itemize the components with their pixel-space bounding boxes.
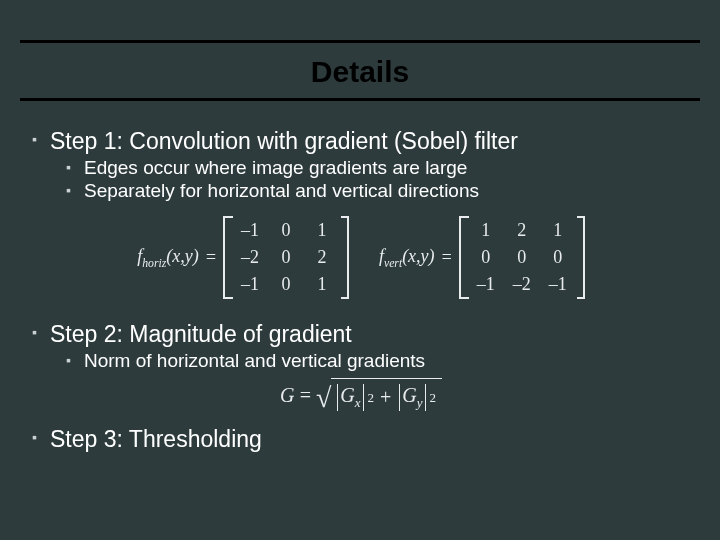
cell: 2 bbox=[513, 220, 531, 241]
step-3-label: Step 3: Thresholding bbox=[50, 426, 262, 453]
left-bracket-icon bbox=[459, 216, 469, 299]
step-2-label: Step 2: Magnitude of gradient bbox=[50, 321, 352, 348]
radical-icon: √ bbox=[316, 384, 331, 412]
slide-content: ▪ Step 1: Convolution with gradient (Sob… bbox=[32, 128, 690, 461]
vert-fn: fvert(x,y) bbox=[379, 246, 435, 270]
equals-sign: = bbox=[298, 384, 312, 407]
square-exp: 2 bbox=[430, 390, 437, 406]
square-bullet-icon: ▪ bbox=[32, 426, 50, 448]
abs-Gx: Gx bbox=[337, 384, 363, 411]
cell: 0 bbox=[277, 274, 295, 295]
step-1: ▪ Step 1: Convolution with gradient (Sob… bbox=[32, 128, 690, 299]
step-1-sub-1-text: Edges occur where image gradients are la… bbox=[84, 157, 467, 179]
title-underline-rule bbox=[20, 98, 700, 101]
equals-sign: = bbox=[441, 247, 453, 268]
radicand: Gx 2 + Gy 2 bbox=[331, 378, 442, 412]
magnitude-equation-row: G = √ Gx 2 + Gy 2 bbox=[32, 378, 690, 412]
step-3: ▪ Step 3: Thresholding bbox=[32, 426, 690, 453]
horiz-fn: fhoriz(x,y) bbox=[137, 246, 199, 270]
mag-G: G bbox=[280, 384, 294, 407]
step-1-heading: ▪ Step 1: Convolution with gradient (Sob… bbox=[32, 128, 690, 155]
cell: 0 bbox=[513, 247, 531, 268]
fn-args: (x,y) bbox=[166, 246, 198, 266]
cell: 1 bbox=[313, 220, 331, 241]
square-exp: 2 bbox=[368, 390, 375, 406]
fn-args: (x,y) bbox=[402, 246, 434, 266]
square-bullet-icon: ▪ bbox=[32, 128, 50, 150]
step-3-heading: ▪ Step 3: Thresholding bbox=[32, 426, 690, 453]
fn-sub-vert: vert bbox=[384, 256, 402, 269]
square-bullet-icon: ▪ bbox=[66, 157, 84, 178]
step-1-sub-2: ▪ Separately for horizontal and vertical… bbox=[66, 180, 690, 202]
cell: 1 bbox=[477, 220, 495, 241]
cell: 2 bbox=[313, 247, 331, 268]
Gx-sub: x bbox=[355, 395, 361, 410]
Gx-G: G bbox=[340, 384, 354, 406]
Gy-sub: y bbox=[417, 395, 423, 410]
square-bullet-icon: ▪ bbox=[66, 350, 84, 371]
plus-sign: + bbox=[376, 386, 395, 409]
cell: 1 bbox=[313, 274, 331, 295]
step-1-sub-1: ▪ Edges occur where image gradients are … bbox=[66, 157, 690, 179]
step-1-sub-2-text: Separately for horizontal and vertical d… bbox=[84, 180, 479, 202]
square-bullet-icon: ▪ bbox=[32, 321, 50, 343]
sobel-filters-row: fhoriz(x,y) = –101 –202 –101 fvert(x,y) bbox=[32, 216, 690, 299]
vert-matrix-grid: 121 000 –1–2–1 bbox=[469, 216, 575, 299]
slide-title: Details bbox=[0, 55, 720, 89]
square-bullet-icon: ▪ bbox=[66, 180, 84, 201]
cell: 0 bbox=[549, 247, 567, 268]
top-horizontal-rule bbox=[20, 40, 700, 43]
vert-filter-equation: fvert(x,y) = 121 000 –1–2–1 bbox=[379, 216, 585, 299]
fn-sub-horiz: horiz bbox=[142, 256, 166, 269]
cell: 0 bbox=[277, 247, 295, 268]
step-2-sub-1: ▪ Norm of horizontal and vertical gradie… bbox=[66, 350, 690, 372]
left-bracket-icon bbox=[223, 216, 233, 299]
cell: 0 bbox=[477, 247, 495, 268]
cell: 1 bbox=[549, 220, 567, 241]
Gy-G: G bbox=[402, 384, 416, 406]
cell: –1 bbox=[241, 220, 259, 241]
step-1-label: Step 1: Convolution with gradient (Sobel… bbox=[50, 128, 518, 155]
equals-sign: = bbox=[205, 247, 217, 268]
horiz-filter-equation: fhoriz(x,y) = –101 –202 –101 bbox=[137, 216, 349, 299]
cell: –2 bbox=[241, 247, 259, 268]
sqrt-icon: √ Gx 2 + Gy 2 bbox=[316, 378, 442, 412]
step-2-heading: ▪ Step 2: Magnitude of gradient bbox=[32, 321, 690, 348]
horiz-matrix-grid: –101 –202 –101 bbox=[233, 216, 339, 299]
step-2-sub-1-text: Norm of horizontal and vertical gradient… bbox=[84, 350, 425, 372]
right-bracket-icon bbox=[339, 216, 349, 299]
magnitude-equation: G = √ Gx 2 + Gy 2 bbox=[280, 378, 442, 412]
vert-matrix: 121 000 –1–2–1 bbox=[459, 216, 585, 299]
cell: –1 bbox=[477, 274, 495, 295]
horiz-matrix: –101 –202 –101 bbox=[223, 216, 349, 299]
abs-Gy: Gy bbox=[399, 384, 425, 411]
step-2: ▪ Step 2: Magnitude of gradient ▪ Norm o… bbox=[32, 321, 690, 412]
cell: –1 bbox=[241, 274, 259, 295]
cell: –2 bbox=[513, 274, 531, 295]
right-bracket-icon bbox=[575, 216, 585, 299]
cell: 0 bbox=[277, 220, 295, 241]
cell: –1 bbox=[549, 274, 567, 295]
